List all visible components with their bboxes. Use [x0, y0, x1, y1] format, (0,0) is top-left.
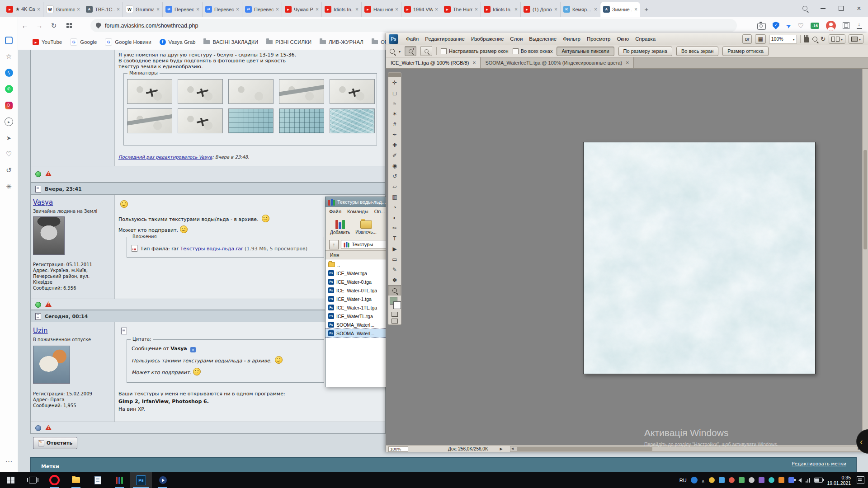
- gradient-tool[interactable]: ▥: [388, 192, 401, 202]
- new-tab-button[interactable]: [640, 2, 653, 17]
- bookmark-folder[interactable]: РІЗНІ ССИЛКИ: [263, 38, 315, 47]
- heart-icon[interactable]: [5, 150, 14, 159]
- volume-icon[interactable]: [798, 478, 802, 483]
- tab-close-icon[interactable]: [626, 60, 629, 66]
- tab-close-icon[interactable]: [514, 7, 518, 12]
- up-folder-button[interactable]: [329, 240, 339, 249]
- eyedropper-tool[interactable]: ✒: [388, 129, 401, 140]
- tab-close-icon[interactable]: [472, 60, 476, 66]
- ps-menu-image[interactable]: Изображение: [468, 36, 507, 42]
- scroll-left-icon[interactable]: [511, 447, 514, 450]
- browser-tab[interactable]: Наш нов...: [362, 2, 401, 17]
- screen-mode-button[interactable]: [849, 34, 863, 44]
- tray-icon[interactable]: [709, 477, 715, 483]
- actual-pixels-button[interactable]: Актуальные пиксели: [557, 47, 614, 56]
- bridge-button[interactable]: Br: [742, 34, 752, 44]
- bookmark-item[interactable]: Google: [66, 37, 100, 47]
- settings-icon[interactable]: [5, 182, 14, 191]
- rotate-view-icon[interactable]: [821, 35, 826, 43]
- ps-menu-file[interactable]: Файл: [403, 36, 422, 42]
- brush-tool[interactable]: ✐: [388, 150, 401, 160]
- taskbar-opera[interactable]: [43, 472, 65, 488]
- tray-expand-icon[interactable]: [702, 476, 705, 484]
- report-icon[interactable]: [45, 301, 52, 307]
- zoom-tool-icon[interactable]: [812, 37, 817, 42]
- crop-tool[interactable]: #: [388, 119, 401, 129]
- tab-close-icon[interactable]: [196, 7, 199, 12]
- tab-close-icon[interactable]: [37, 7, 40, 12]
- back-icon[interactable]: [18, 17, 32, 34]
- tray-icon[interactable]: [759, 477, 764, 483]
- path-selection-tool[interactable]: ▶: [388, 244, 401, 254]
- report-icon[interactable]: [45, 425, 52, 430]
- ps-menu-layers[interactable]: Слои: [507, 36, 526, 42]
- tab-close-icon[interactable]: [316, 7, 319, 12]
- taskbar-winrar[interactable]: [108, 472, 130, 488]
- player-icon[interactable]: [5, 117, 14, 126]
- blur-tool[interactable]: ◔: [388, 202, 401, 212]
- tab-close-icon[interactable]: [117, 7, 120, 12]
- taskbar-document-app[interactable]: [87, 472, 108, 488]
- zoom-out-toggle[interactable]: [420, 46, 432, 56]
- tools-panel-grabber[interactable]: [388, 73, 401, 77]
- adblock-shield-icon[interactable]: [773, 22, 779, 29]
- status-zoom-field[interactable]: 100%: [388, 446, 408, 452]
- user-avatar[interactable]: [33, 346, 70, 384]
- document-tab-active[interactable]: ICE_WaterTL.tga @ 100% (RGB/8): [386, 57, 481, 68]
- browser-tab[interactable]: Idiots In...: [481, 2, 521, 17]
- thumbnail-image[interactable]: [279, 79, 324, 104]
- tab-close-icon[interactable]: [236, 7, 239, 12]
- thumbnail-image[interactable]: [127, 79, 172, 104]
- browser-tab[interactable]: 1994 VW...: [401, 2, 441, 17]
- keyboard-layout-icon[interactable]: [691, 477, 698, 483]
- action-center-icon[interactable]: [857, 476, 864, 484]
- vertical-scrollbar[interactable]: [862, 69, 868, 445]
- move-tool[interactable]: ✛: [388, 77, 401, 88]
- instagram-icon[interactable]: [5, 101, 14, 110]
- arrange-documents-button[interactable]: [829, 34, 845, 44]
- edited-link[interactable]: Последний раз редактировалось Vasya: [118, 155, 212, 160]
- reload-icon[interactable]: [47, 17, 61, 34]
- bookmarks-star-icon[interactable]: [5, 52, 14, 61]
- downloads-icon[interactable]: [856, 22, 863, 29]
- start-page-icon[interactable]: [62, 17, 76, 34]
- ps-menu-filter[interactable]: Фильтр: [560, 36, 584, 42]
- eraser-tool[interactable]: ▱: [388, 181, 401, 192]
- bookmark-item[interactable]: Vasya Grab: [156, 37, 199, 47]
- clone-stamp-tool[interactable]: ◉: [388, 160, 401, 171]
- browser-tab[interactable]: TBF-1C -...: [83, 2, 123, 17]
- menu-file[interactable]: Файл: [329, 209, 341, 214]
- zoom-in-toggle[interactable]: [405, 46, 416, 56]
- browser-tab[interactable]: The Hum...: [441, 2, 481, 17]
- battery-icon[interactable]: [814, 478, 823, 483]
- reply-button[interactable]: Ответить: [33, 437, 77, 449]
- tray-icon[interactable]: [749, 477, 755, 483]
- thumbnail-image[interactable]: [279, 108, 324, 133]
- user-avatar[interactable]: [33, 216, 65, 255]
- hand-tool-icon[interactable]: [804, 37, 809, 42]
- menu-commands[interactable]: Команды: [347, 209, 368, 214]
- username-link[interactable]: Uzin: [33, 327, 48, 335]
- ps-menu-help[interactable]: Справка: [632, 36, 659, 42]
- tray-icon[interactable]: [769, 477, 774, 483]
- ice-texture-document[interactable]: [583, 142, 816, 374]
- healing-brush-tool[interactable]: ✚: [388, 140, 401, 150]
- tray-icon[interactable]: [739, 477, 745, 483]
- extract-button[interactable]: Извлечь...: [355, 221, 377, 235]
- my-flow-icon[interactable]: [786, 22, 791, 30]
- weather-extension-badge[interactable]: -16: [811, 23, 819, 29]
- resize-windows-checkbox[interactable]: Настраивать размер окон: [441, 48, 509, 54]
- notes-tool[interactable]: ✎: [388, 264, 401, 275]
- tray-icon[interactable]: [729, 477, 735, 483]
- marquee-tool[interactable]: ◻: [388, 88, 401, 98]
- lasso-tool[interactable]: ≈: [388, 98, 401, 108]
- thumbnail-image[interactable]: [330, 108, 375, 133]
- pen-tool[interactable]: ✑: [388, 223, 401, 233]
- bookmark-item[interactable]: YouTube: [29, 37, 66, 47]
- tool-preset-dropdown-icon[interactable]: [399, 48, 401, 54]
- all-windows-checkbox[interactable]: Во всех окнах: [513, 48, 553, 54]
- quick-mask-button[interactable]: [388, 311, 401, 318]
- browser-tab[interactable]: Кемяр...: [561, 2, 600, 17]
- attachment-link[interactable]: Текстуры воды-льда.rar: [180, 246, 243, 252]
- screen-mode-cycle-button[interactable]: [388, 318, 401, 324]
